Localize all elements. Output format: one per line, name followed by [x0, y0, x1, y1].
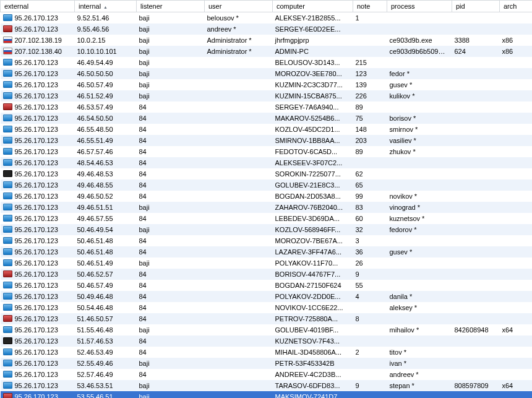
table-row[interactable]: 95.26.170.12351.57.46.5384KUZNETSOV-7F43…: [1, 335, 533, 347]
table-row[interactable]: 95.26.170.12353.55.46.51bajiMAKSIMOV-724…: [1, 391, 533, 398]
table-row[interactable]: 95.26.170.12351.55.46.48bajiGOLUBEV-4019…: [1, 324, 533, 335]
cell-user: [205, 57, 273, 68]
table-row[interactable]: 95.26.170.12350.46.51.4884MOROZOV-7BE67A…: [1, 235, 533, 246]
cell-user: [205, 124, 273, 135]
table-row[interactable]: 95.26.170.12351.46.50.5784PETROV-725880A…: [1, 313, 533, 324]
cell-note: 83: [353, 202, 387, 213]
cell-user: [205, 135, 273, 146]
os-icon: [3, 215, 12, 222]
table-row[interactable]: 95.26.170.12350.49.46.4884POLYAKOV-2DD0E…: [1, 291, 533, 302]
cell-arch: [500, 135, 533, 146]
column-header-process[interactable]: process: [387, 1, 452, 12]
table-row[interactable]: 95.26.170.12353.46.53.51bajiTARASOV-6DFD…: [1, 380, 533, 391]
column-header-internal[interactable]: internal▲: [75, 1, 137, 12]
table-row[interactable]: 95.26.170.12350.46.52.5784BORISOV-44767F…: [1, 269, 533, 280]
cell-listener: 84: [137, 269, 205, 280]
cell-computer: BELOUSOV-3D143...: [273, 57, 353, 68]
column-header-pid[interactable]: pid: [452, 1, 500, 12]
table-row[interactable]: 95.26.170.12350.46.51.49bajiPOLYAKOV-11F…: [1, 257, 533, 269]
column-header-listener[interactable]: listener: [137, 1, 205, 12]
os-icon: [3, 170, 12, 177]
column-header-external[interactable]: external: [1, 1, 75, 12]
cell-arch: [500, 213, 533, 224]
column-header-arch[interactable]: arch: [500, 1, 533, 12]
column-header-note[interactable]: note: [353, 1, 387, 12]
table-row[interactable]: 207.102.138.1910.0.2.15bajiAdministrator…: [1, 35, 533, 46]
cell-arch: [500, 157, 533, 168]
cell-computer: POLYAKOV-2DD0E...: [273, 291, 353, 302]
column-header-user[interactable]: user: [205, 1, 273, 12]
cell-arch: [500, 202, 533, 213]
cell-note: [353, 369, 387, 380]
table-row[interactable]: 95.26.170.12349.46.57.5584LEBEDEV-3D69DA…: [1, 213, 533, 224]
cell-pid: 808597809: [452, 380, 500, 391]
cell-listener: baji: [137, 380, 205, 391]
table-row[interactable]: 95.26.170.12349.46.48.5384SOROKIN-722507…: [1, 168, 533, 180]
cell-pid: [452, 280, 500, 291]
cell-internal: 50.46.51.48: [75, 235, 137, 246]
cell-user: [205, 235, 273, 246]
cell-external: 95.26.170.123: [1, 202, 75, 213]
cell-process: titov *: [387, 347, 452, 358]
table-row[interactable]: 95.26.170.12346.55.51.4984SMIRNOV-1BB8AA…: [1, 135, 533, 146]
cell-pid: [452, 358, 500, 369]
cell-pid: [452, 24, 500, 35]
cell-pid: [452, 235, 500, 246]
table-row[interactable]: 95.26.170.12349.46.51.51bajiZAHAROV-76B2…: [1, 202, 533, 213]
table-row[interactable]: 95.26.170.12346.54.50.5084MAKAROV-5254B6…: [1, 113, 533, 124]
table-row[interactable]: 95.26.170.12350.46.51.4884LAZAREV-3FF47A…: [1, 246, 533, 257]
table-row[interactable]: 95.26.170.12348.54.46.5384ALEKSEEV-3F07C…: [1, 157, 533, 168]
cell-external: 95.26.170.123: [1, 124, 75, 135]
sessions-table[interactable]: externalinternal▲listenerusercomputernot…: [0, 0, 532, 398]
cell-process: [387, 157, 452, 168]
os-icon: [3, 304, 12, 311]
cell-user: [205, 180, 273, 191]
cell-external: 95.26.170.123: [1, 24, 75, 35]
table-row[interactable]: 95.26.170.12350.46.49.54bajiKOZLOV-56894…: [1, 224, 533, 235]
cell-note: 4: [353, 291, 387, 302]
table-row[interactable]: 95.26.170.12352.57.46.4984ANDREEV-4C2D3B…: [1, 369, 533, 380]
cell-computer: KUZMIN-2C3C3D77...: [273, 79, 353, 90]
cell-note: 32: [353, 224, 387, 235]
table-row[interactable]: 95.26.170.12346.50.57.49bajiKUZMIN-2C3C3…: [1, 79, 533, 90]
cell-process: stepan *: [387, 380, 452, 391]
table-row[interactable]: 95.26.170.1239.55.46.56bajiandreev *SERG…: [1, 24, 533, 35]
os-icon: [3, 315, 12, 322]
cell-external: 95.26.170.123: [1, 191, 75, 202]
cell-arch: [500, 224, 533, 235]
cell-computer: SERGEY-6E0D2EE...: [273, 24, 353, 35]
table-row[interactable]: 95.26.170.1239.52.51.46bajibelousov *ALE…: [1, 12, 533, 24]
table-row[interactable]: 207.102.138.4010.10.10.101bajiAdministra…: [1, 46, 533, 57]
cell-note: 203: [353, 135, 387, 146]
table-row[interactable]: 95.26.170.12346.49.54.49bajiBELOUSOV-3D1…: [1, 57, 533, 68]
table-row[interactable]: 95.26.170.12346.53.57.4984SERGEY-7A6A940…: [1, 102, 533, 113]
table-row[interactable]: 95.26.170.12346.51.52.49bajiKUZMIN-15CBA…: [1, 90, 533, 102]
cell-computer: MAKSIMOV-7241D7...: [273, 391, 353, 398]
cell-pid: [452, 391, 500, 398]
cell-process: [387, 235, 452, 246]
cell-arch: [500, 113, 533, 124]
table-row[interactable]: 95.26.170.12346.57.57.4684FEDOTOV-6CA5D.…: [1, 146, 533, 157]
table-row[interactable]: 95.26.170.12352.55.49.46bajiPETR-53F4533…: [1, 358, 533, 369]
table-row[interactable]: 95.26.170.12350.54.46.4884NOVIKOV-1CC6E2…: [1, 302, 533, 313]
cell-pid: [452, 68, 500, 79]
os-icon: [3, 393, 12, 398]
cell-pid: 624: [452, 46, 500, 57]
table-row[interactable]: 95.26.170.12352.46.53.4984MIHAIL-3D45880…: [1, 347, 533, 358]
table-row[interactable]: 95.26.170.12349.46.48.5584GOLUBEV-21E8C3…: [1, 180, 533, 191]
cell-internal: 51.46.50.57: [75, 313, 137, 324]
cell-note: 3: [353, 235, 387, 246]
table-row[interactable]: 95.26.170.12346.50.50.50bajiMOROZOV-3EE7…: [1, 68, 533, 79]
cell-external: 95.26.170.123: [1, 57, 75, 68]
cell-external: 95.26.170.123: [1, 358, 75, 369]
cell-arch: [500, 269, 533, 280]
cell-external: 95.26.170.123: [1, 157, 75, 168]
os-icon: [3, 92, 12, 99]
cell-internal: 46.53.57.49: [75, 102, 137, 113]
cell-arch: [500, 391, 533, 398]
table-row[interactable]: 95.26.170.12346.55.48.5084KOZLOV-45DC2D1…: [1, 124, 533, 135]
column-header-computer[interactable]: computer: [273, 1, 353, 12]
cell-arch: [500, 57, 533, 68]
table-row[interactable]: 95.26.170.12350.46.57.4984BOGDAN-27150F6…: [1, 280, 533, 291]
table-row[interactable]: 95.26.170.12349.46.50.5284BOGDAN-2D053A8…: [1, 191, 533, 202]
